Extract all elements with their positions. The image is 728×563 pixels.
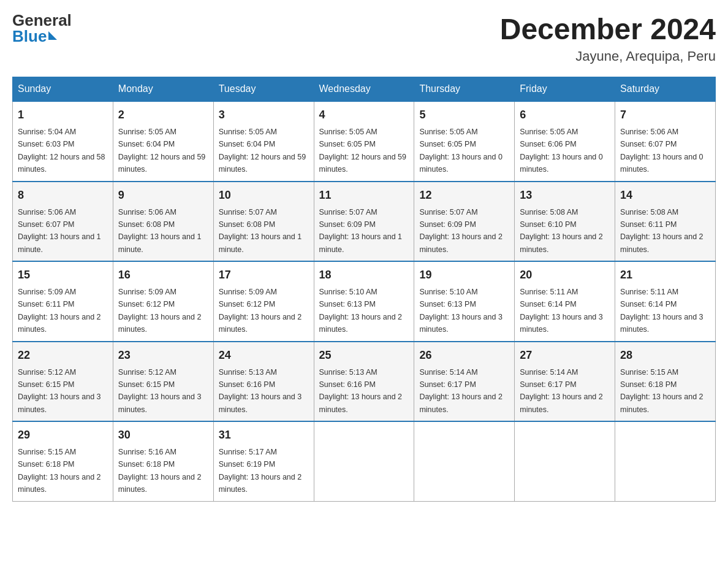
calendar-cell: 14 Sunrise: 5:08 AMSunset: 6:11 PMDaylig…: [615, 182, 716, 262]
day-info: Sunrise: 5:16 AMSunset: 6:18 PMDaylight:…: [118, 448, 202, 494]
day-number: 28: [620, 347, 710, 364]
header-day-sunday: Sunday: [13, 77, 113, 102]
day-info: Sunrise: 5:06 AMSunset: 6:08 PMDaylight:…: [118, 208, 202, 254]
day-number: 21: [620, 267, 710, 283]
day-info: Sunrise: 5:12 AMSunset: 6:15 PMDaylight:…: [118, 368, 202, 414]
day-info: Sunrise: 5:11 AMSunset: 6:14 PMDaylight:…: [620, 288, 703, 334]
day-info: Sunrise: 5:10 AMSunset: 6:13 PMDaylight:…: [419, 288, 502, 334]
calendar-table: SundayMondayTuesdayWednesdayThursdayFrid…: [12, 77, 716, 502]
day-number: 24: [219, 347, 309, 364]
calendar-cell: 11 Sunrise: 5:07 AMSunset: 6:09 PMDaylig…: [314, 182, 414, 262]
calendar-cell: 9 Sunrise: 5:06 AMSunset: 6:08 PMDayligh…: [113, 182, 213, 262]
day-info: Sunrise: 5:10 AMSunset: 6:13 PMDaylight:…: [319, 288, 403, 334]
calendar-cell: 30 Sunrise: 5:16 AMSunset: 6:18 PMDaylig…: [113, 421, 213, 501]
header-day-wednesday: Wednesday: [314, 77, 414, 102]
day-info: Sunrise: 5:05 AMSunset: 6:05 PMDaylight:…: [319, 128, 406, 174]
calendar-cell: 28 Sunrise: 5:15 AMSunset: 6:18 PMDaylig…: [615, 342, 716, 422]
calendar-cell: [515, 421, 615, 501]
day-number: 5: [419, 107, 509, 123]
calendar-cell: 20 Sunrise: 5:11 AMSunset: 6:14 PMDaylig…: [515, 261, 615, 342]
calendar-cell: 13 Sunrise: 5:08 AMSunset: 6:10 PMDaylig…: [515, 182, 615, 262]
calendar-cell: 23 Sunrise: 5:12 AMSunset: 6:15 PMDaylig…: [113, 342, 213, 422]
day-number: 16: [118, 267, 208, 283]
calendar-cell: [314, 421, 414, 501]
day-info: Sunrise: 5:05 AMSunset: 6:04 PMDaylight:…: [118, 128, 205, 174]
calendar-cell: 6 Sunrise: 5:05 AMSunset: 6:06 PMDayligh…: [515, 101, 615, 182]
day-info: Sunrise: 5:15 AMSunset: 6:18 PMDaylight:…: [18, 448, 101, 494]
day-number: 6: [520, 107, 610, 123]
calendar-cell: 25 Sunrise: 5:13 AMSunset: 6:16 PMDaylig…: [314, 342, 414, 422]
day-info: Sunrise: 5:07 AMSunset: 6:09 PMDaylight:…: [419, 208, 502, 254]
calendar-cell: 4 Sunrise: 5:05 AMSunset: 6:05 PMDayligh…: [314, 101, 414, 182]
day-number: 1: [18, 107, 108, 123]
day-number: 2: [118, 107, 208, 123]
page-subtitle: Jayune, Arequipa, Peru: [500, 48, 716, 64]
day-info: Sunrise: 5:09 AMSunset: 6:12 PMDaylight:…: [118, 288, 202, 334]
calendar-cell: 31 Sunrise: 5:17 AMSunset: 6:19 PMDaylig…: [213, 421, 314, 501]
week-row-4: 22 Sunrise: 5:12 AMSunset: 6:15 PMDaylig…: [13, 342, 716, 422]
calendar-cell: 24 Sunrise: 5:13 AMSunset: 6:16 PMDaylig…: [213, 342, 314, 422]
day-number: 7: [620, 107, 710, 123]
week-row-1: 1 Sunrise: 5:04 AMSunset: 6:03 PMDayligh…: [13, 101, 716, 182]
header-row: SundayMondayTuesdayWednesdayThursdayFrid…: [13, 77, 716, 102]
day-info: Sunrise: 5:05 AMSunset: 6:06 PMDaylight:…: [520, 128, 603, 174]
header-day-monday: Monday: [113, 77, 213, 102]
day-number: 22: [18, 347, 108, 364]
header-day-thursday: Thursday: [414, 77, 515, 102]
calendar-cell: [414, 421, 515, 501]
calendar-cell: 19 Sunrise: 5:10 AMSunset: 6:13 PMDaylig…: [414, 261, 515, 342]
day-number: 10: [219, 187, 309, 204]
day-info: Sunrise: 5:09 AMSunset: 6:11 PMDaylight:…: [18, 288, 101, 334]
day-info: Sunrise: 5:06 AMSunset: 6:07 PMDaylight:…: [18, 208, 101, 254]
day-number: 25: [319, 347, 409, 364]
day-info: Sunrise: 5:08 AMSunset: 6:10 PMDaylight:…: [520, 208, 603, 254]
day-info: Sunrise: 5:17 AMSunset: 6:19 PMDaylight:…: [219, 448, 302, 494]
day-info: Sunrise: 5:08 AMSunset: 6:11 PMDaylight:…: [620, 208, 703, 254]
day-info: Sunrise: 5:15 AMSunset: 6:18 PMDaylight:…: [620, 368, 703, 414]
day-info: Sunrise: 5:06 AMSunset: 6:07 PMDaylight:…: [620, 128, 703, 174]
day-info: Sunrise: 5:11 AMSunset: 6:14 PMDaylight:…: [520, 288, 603, 334]
day-number: 18: [319, 267, 409, 283]
calendar-cell: 15 Sunrise: 5:09 AMSunset: 6:11 PMDaylig…: [13, 261, 113, 342]
day-number: 3: [219, 107, 309, 123]
calendar-cell: 1 Sunrise: 5:04 AMSunset: 6:03 PMDayligh…: [13, 101, 113, 182]
week-row-3: 15 Sunrise: 5:09 AMSunset: 6:11 PMDaylig…: [13, 261, 716, 342]
calendar-cell: 27 Sunrise: 5:14 AMSunset: 6:17 PMDaylig…: [515, 342, 615, 422]
day-number: 4: [319, 107, 409, 123]
logo-blue-text: Blue: [12, 28, 47, 44]
calendar-cell: 3 Sunrise: 5:05 AMSunset: 6:04 PMDayligh…: [213, 101, 314, 182]
logo-icon: General Blue: [12, 12, 72, 44]
header-day-saturday: Saturday: [615, 77, 716, 102]
day-info: Sunrise: 5:05 AMSunset: 6:04 PMDaylight:…: [219, 128, 306, 174]
day-info: Sunrise: 5:04 AMSunset: 6:03 PMDaylight:…: [18, 128, 105, 174]
day-number: 27: [520, 347, 610, 364]
day-number: 8: [18, 187, 108, 204]
logo-general-text: General: [12, 12, 72, 28]
logo: General Blue: [12, 12, 73, 44]
title-block: December 2024 Jayune, Arequipa, Peru: [500, 12, 716, 64]
calendar-cell: 5 Sunrise: 5:05 AMSunset: 6:05 PMDayligh…: [414, 101, 515, 182]
calendar-cell: 21 Sunrise: 5:11 AMSunset: 6:14 PMDaylig…: [615, 261, 716, 342]
day-number: 17: [219, 267, 309, 283]
week-row-5: 29 Sunrise: 5:15 AMSunset: 6:18 PMDaylig…: [13, 421, 716, 501]
calendar-cell: 26 Sunrise: 5:14 AMSunset: 6:17 PMDaylig…: [414, 342, 515, 422]
page-header: General Blue December 2024 Jayune, Arequ…: [12, 12, 716, 64]
day-info: Sunrise: 5:05 AMSunset: 6:05 PMDaylight:…: [419, 128, 502, 174]
day-number: 20: [520, 267, 610, 283]
calendar-cell: 10 Sunrise: 5:07 AMSunset: 6:08 PMDaylig…: [213, 182, 314, 262]
calendar-cell: 18 Sunrise: 5:10 AMSunset: 6:13 PMDaylig…: [314, 261, 414, 342]
day-number: 31: [219, 427, 309, 443]
header-day-tuesday: Tuesday: [213, 77, 314, 102]
day-number: 14: [620, 187, 710, 204]
day-number: 12: [419, 187, 509, 204]
day-number: 19: [419, 267, 509, 283]
day-info: Sunrise: 5:07 AMSunset: 6:08 PMDaylight:…: [219, 208, 302, 254]
calendar-cell: 8 Sunrise: 5:06 AMSunset: 6:07 PMDayligh…: [13, 182, 113, 262]
day-number: 13: [520, 187, 610, 204]
day-number: 11: [319, 187, 409, 204]
day-info: Sunrise: 5:14 AMSunset: 6:17 PMDaylight:…: [419, 368, 502, 414]
day-info: Sunrise: 5:12 AMSunset: 6:15 PMDaylight:…: [18, 368, 101, 414]
day-number: 26: [419, 347, 509, 364]
logo-arrow-icon: [48, 31, 57, 40]
calendar-cell: 7 Sunrise: 5:06 AMSunset: 6:07 PMDayligh…: [615, 101, 716, 182]
